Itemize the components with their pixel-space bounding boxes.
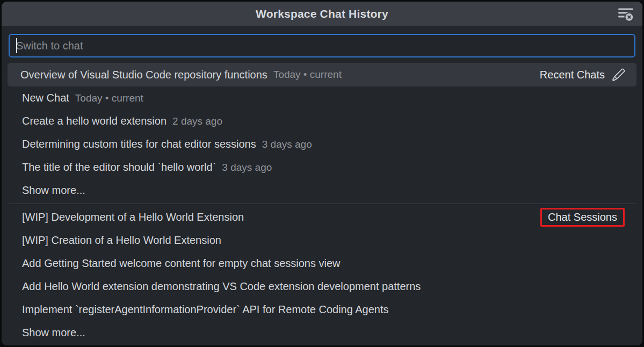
chat-item-label: Add Hello World extension demonstrating … <box>22 280 421 293</box>
edit-pencil-icon <box>611 68 626 82</box>
group-label-recent-chats: Recent Chats <box>540 69 605 81</box>
chat-item-getting-started[interactable]: Add Getting Started welcome content for … <box>2 252 642 275</box>
annotation-red-box: Chat Sessions <box>540 208 625 227</box>
dialog-titlebar: Workspace Chat History <box>2 2 642 26</box>
dialog-title: Workspace Chat History <box>256 8 388 20</box>
show-more-chat-sessions[interactable]: Show more... <box>2 321 642 344</box>
chat-item-register-agent-provider[interactable]: Implement `registerAgentInformationProvi… <box>2 298 642 321</box>
chat-item-wip-creation[interactable]: [WIP] Creation of a Hello World Extensio… <box>2 229 642 252</box>
chat-item-description: Today • current <box>273 69 342 81</box>
chat-item-label: The title of the editor should `hello wo… <box>22 161 216 174</box>
workspace-chat-history-dialog: Workspace Chat History Overview of Visua… <box>2 2 642 345</box>
chat-item-hello-world-patterns[interactable]: Add Hello World extension demonstrating … <box>2 275 642 298</box>
chat-item-description: Today • current <box>75 92 143 104</box>
search-input[interactable] <box>9 34 635 57</box>
chat-item-label: Create a hello world extension <box>22 115 167 127</box>
chat-item-description: 3 days ago <box>222 162 272 174</box>
chat-item-description: 3 days ago <box>262 139 312 150</box>
text-caret <box>16 38 17 53</box>
search-box <box>9 34 635 57</box>
group-label-chat-sessions: Chat Sessions <box>548 211 617 223</box>
clear-all-icon <box>617 5 635 23</box>
chat-item-editor-title[interactable]: The title of the editor should `hello wo… <box>2 156 642 179</box>
chat-item-label: [WIP] Creation of a Hello World Extensio… <box>22 234 221 247</box>
show-more-label: Show more... <box>22 327 85 339</box>
chat-item-new-chat[interactable]: New Chat Today • current <box>2 86 642 110</box>
chat-item-wip-development[interactable]: [WIP] Development of a Hello World Exten… <box>2 206 642 229</box>
chat-history-list: Overview of Visual Studio Code repositor… <box>2 63 642 344</box>
show-more-label: Show more... <box>22 184 85 197</box>
chat-item-label: Implement `registerAgentInformationProvi… <box>22 303 389 316</box>
chat-item-label: [WIP] Development of a Hello World Exten… <box>22 211 244 223</box>
chat-item-determining-titles[interactable]: Determining custom titles for chat edito… <box>2 133 642 156</box>
chat-item-label: Determining custom titles for chat edito… <box>22 138 256 150</box>
chat-item-create-hello-world[interactable]: Create a hello world extension 2 days ag… <box>2 110 642 133</box>
group-divider <box>9 204 635 204</box>
show-more-recent-chats[interactable]: Show more... <box>2 179 642 202</box>
chat-item-label: Add Getting Started welcome content for … <box>22 257 341 270</box>
rename-chat-button[interactable] <box>611 68 626 82</box>
clear-all-button[interactable] <box>616 4 635 24</box>
chat-item-description: 2 days ago <box>172 115 222 127</box>
chat-item-label: New Chat <box>22 92 69 104</box>
chat-item-overview[interactable]: Overview of Visual Studio Code repositor… <box>8 63 636 86</box>
chat-item-label: Overview of Visual Studio Code repositor… <box>20 69 267 81</box>
